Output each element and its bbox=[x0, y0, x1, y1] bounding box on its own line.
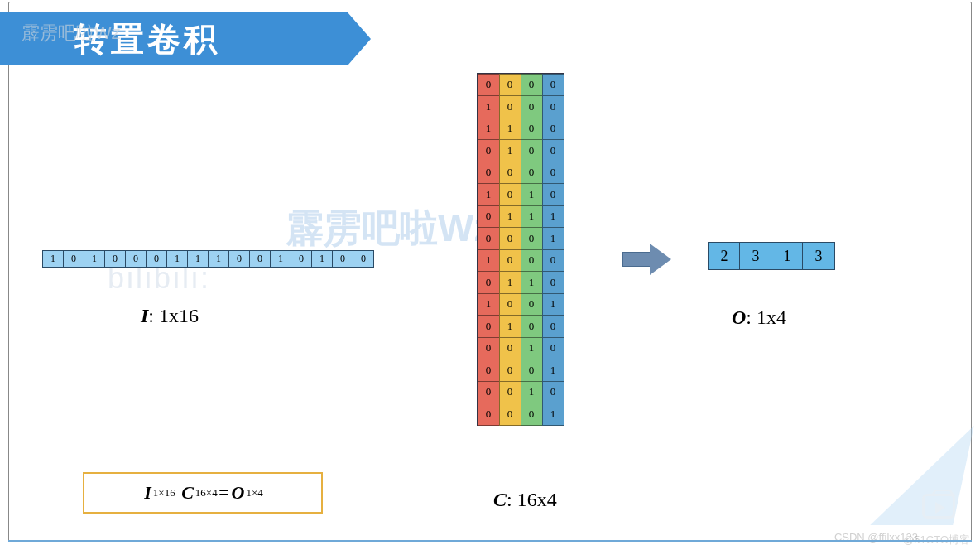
cell-c: 1 bbox=[478, 293, 500, 316]
row-c: 1000 bbox=[478, 96, 564, 118]
cell-c: 0 bbox=[478, 403, 500, 426]
cell-c: 0 bbox=[542, 249, 564, 273]
cell-c: 0 bbox=[521, 74, 543, 97]
f-o-sup: 1×4 bbox=[246, 486, 262, 499]
cell-c: 0 bbox=[478, 139, 500, 162]
cell-c: 1 bbox=[521, 381, 543, 404]
cell-c: 0 bbox=[521, 293, 543, 316]
cell-i: 0 bbox=[228, 250, 250, 268]
bottom-accent bbox=[8, 540, 972, 542]
row-c: 1100 bbox=[478, 118, 564, 140]
cell-c: 1 bbox=[521, 205, 543, 229]
cell-c: 0 bbox=[499, 249, 521, 273]
label-i: I: 1x16 bbox=[141, 305, 199, 327]
cell-c: 1 bbox=[521, 337, 543, 360]
cell-c: 0 bbox=[521, 403, 543, 426]
cell-c: 1 bbox=[478, 183, 500, 206]
f-o: O bbox=[232, 482, 245, 504]
cell-i: 1 bbox=[270, 250, 291, 268]
cell-c: 1 bbox=[499, 118, 521, 141]
cell-c: 0 bbox=[521, 118, 543, 141]
cell-o: 1 bbox=[771, 242, 804, 270]
cell-c: 0 bbox=[478, 162, 500, 185]
watermark-author-top: 霹雳吧啦Wz bbox=[22, 21, 121, 46]
cell-i: 0 bbox=[249, 250, 271, 268]
cell-c: 1 bbox=[542, 205, 564, 229]
matrix-i: 1010001110010100 bbox=[43, 250, 374, 268]
cell-c: 0 bbox=[521, 249, 543, 273]
row-c: 0100 bbox=[478, 140, 564, 162]
cell-c: 0 bbox=[542, 271, 564, 294]
cell-c: 1 bbox=[478, 249, 500, 273]
label-c: C: 16x4 bbox=[493, 489, 557, 511]
cell-c: 0 bbox=[521, 359, 543, 382]
cell-c: 0 bbox=[521, 95, 543, 118]
f-c-sup: 16×4 bbox=[195, 486, 218, 499]
cell-c: 1 bbox=[542, 293, 564, 316]
watermark-author-mid: 霹雳吧啦Wz bbox=[286, 203, 492, 254]
bilibili-icon bbox=[922, 494, 955, 519]
cell-c: 0 bbox=[521, 227, 543, 250]
cell-c: 1 bbox=[478, 118, 500, 141]
cell-i: 1 bbox=[166, 250, 188, 268]
row-c: 0000 bbox=[478, 74, 564, 96]
cell-c: 0 bbox=[542, 162, 564, 185]
cell-c: 0 bbox=[521, 315, 543, 338]
cell-c: 0 bbox=[499, 337, 521, 360]
cell-c: 0 bbox=[542, 139, 564, 162]
cell-i: 1 bbox=[187, 250, 209, 268]
row-c: 0001 bbox=[478, 228, 564, 250]
row-c: 0110 bbox=[478, 272, 564, 294]
cell-c: 1 bbox=[499, 271, 521, 294]
cell-c: 0 bbox=[478, 74, 500, 97]
row-c: 0001 bbox=[478, 403, 564, 426]
row-c: 0000 bbox=[478, 162, 564, 184]
cell-c: 0 bbox=[478, 271, 500, 294]
cell-c: 0 bbox=[478, 381, 500, 404]
cell-i: 1 bbox=[311, 250, 333, 268]
cell-c: 1 bbox=[499, 205, 521, 229]
cell-c: 0 bbox=[499, 359, 521, 382]
matrix-o: 2313 bbox=[708, 242, 835, 270]
cell-c: 1 bbox=[499, 139, 521, 162]
cell-i: 1 bbox=[42, 250, 64, 268]
cell-c: 0 bbox=[542, 381, 564, 404]
cell-i: 0 bbox=[353, 250, 374, 268]
cell-c: 0 bbox=[521, 162, 543, 185]
row-c: 0100 bbox=[478, 316, 564, 338]
cell-i: 0 bbox=[125, 250, 147, 268]
cell-c: 0 bbox=[478, 315, 500, 338]
row-c: 0010 bbox=[478, 337, 564, 359]
cell-c: 0 bbox=[499, 183, 521, 206]
f-c: C bbox=[181, 482, 194, 504]
cell-c: 1 bbox=[521, 271, 543, 294]
cell-c: 0 bbox=[499, 162, 521, 185]
shape-o: : 1x4 bbox=[746, 306, 786, 328]
cell-i: 1 bbox=[84, 250, 105, 268]
cell-o: 2 bbox=[708, 242, 741, 270]
cell-c: 1 bbox=[542, 403, 564, 426]
cell-c: 0 bbox=[542, 118, 564, 141]
cell-c: 1 bbox=[542, 227, 564, 250]
cell-i: 0 bbox=[291, 250, 312, 268]
cell-c: 0 bbox=[542, 95, 564, 118]
cell-c: 0 bbox=[521, 139, 543, 162]
cell-i: 0 bbox=[146, 250, 167, 268]
row-c: 0010 bbox=[478, 381, 564, 403]
cell-c: 0 bbox=[542, 74, 564, 97]
shape-i: : 1x16 bbox=[148, 305, 199, 326]
formula: I1×16 C16×4 = O1×4 bbox=[83, 472, 323, 514]
cell-c: 0 bbox=[499, 95, 521, 118]
f-i: I bbox=[144, 482, 151, 504]
cell-c: 0 bbox=[542, 337, 564, 360]
cell-i: 0 bbox=[63, 250, 84, 268]
cell-o: 3 bbox=[802, 242, 835, 270]
cell-i: 0 bbox=[104, 250, 126, 268]
cell-c: 0 bbox=[478, 337, 500, 360]
var-c: C bbox=[493, 489, 507, 510]
cell-c: 0 bbox=[542, 315, 564, 338]
cell-c: 1 bbox=[499, 315, 521, 338]
cell-c: 0 bbox=[542, 183, 564, 206]
cell-c: 0 bbox=[499, 403, 521, 426]
label-o: O: 1x4 bbox=[732, 306, 786, 329]
